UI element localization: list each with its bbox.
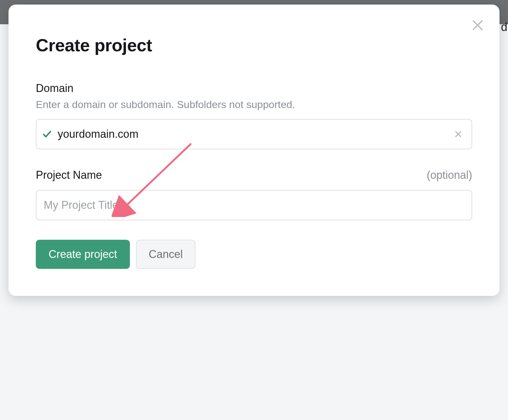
modal-actions: Create project Cancel <box>36 240 472 269</box>
close-button[interactable] <box>469 17 486 34</box>
cancel-button[interactable]: Cancel <box>136 240 195 269</box>
background-text-fragment: d <box>501 21 507 34</box>
close-icon <box>471 19 484 32</box>
modal-title: Create project <box>36 35 472 55</box>
project-name-field-group: Project Name (optional) <box>36 169 472 220</box>
create-project-modal: Create project Domain Enter a domain or … <box>8 5 500 296</box>
domain-label: Domain <box>36 82 472 95</box>
project-name-input[interactable] <box>44 191 464 220</box>
project-name-label: Project Name <box>36 169 102 181</box>
domain-input[interactable] <box>58 120 452 149</box>
project-name-input-wrap <box>36 190 472 220</box>
create-project-button[interactable]: Create project <box>36 240 130 269</box>
domain-input-wrap <box>36 119 472 149</box>
clear-domain-button[interactable] <box>452 128 464 140</box>
check-icon <box>42 129 52 139</box>
domain-field-group: Domain Enter a domain or subdomain. Subf… <box>36 82 472 149</box>
domain-hint: Enter a domain or subdomain. Subfolders … <box>36 98 472 112</box>
x-icon <box>454 130 462 138</box>
project-name-optional: (optional) <box>427 169 472 181</box>
